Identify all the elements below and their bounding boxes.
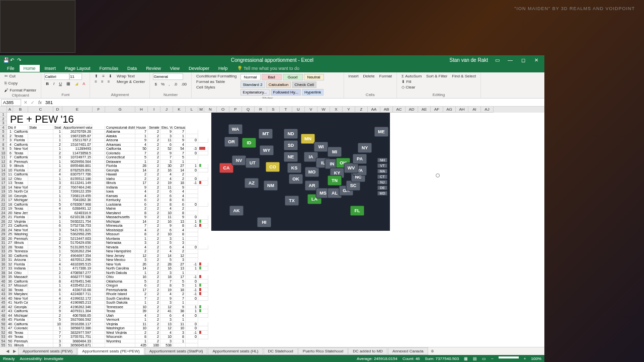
cell[interactable]: -3 <box>186 147 198 151</box>
cell[interactable]: 18 <box>7 203 13 207</box>
cell[interactable]: 6 <box>160 190 173 194</box>
cell[interactable] <box>28 301 53 305</box>
cell[interactable]: 1 <box>135 318 148 322</box>
col-header[interactable]: AA <box>368 107 380 113</box>
cell[interactable]: 0 <box>186 245 198 250</box>
row-header[interactable]: 28 <box>0 228 7 233</box>
cell[interactable]: Texas <box>13 288 28 293</box>
row-header[interactable]: 15 <box>0 172 7 177</box>
cell[interactable]: 41 <box>7 301 13 305</box>
cell[interactable]: 13 <box>173 220 186 224</box>
cell[interactable]: 14 <box>135 266 148 271</box>
cell[interactable]: 7 <box>135 130 148 134</box>
cell[interactable]: 6 <box>160 314 173 318</box>
row-header[interactable]: 30 <box>0 237 7 241</box>
style-followedhy[interactable]: Followed Hy... <box>271 89 301 96</box>
cell[interactable]: Florida <box>105 164 135 168</box>
cell[interactable]: 7 <box>7 155 13 160</box>
cell[interactable]: 2 <box>148 249 160 254</box>
cell[interactable]: 7 <box>53 335 62 339</box>
cell[interactable]: 538 <box>160 343 173 347</box>
cell[interactable] <box>28 177 53 182</box>
cell[interactable]: North Carolina <box>105 266 135 271</box>
cell[interactable] <box>28 241 53 245</box>
cell[interactable]: -1 <box>186 181 198 186</box>
cell[interactable]: 1 <box>53 138 62 143</box>
insert-button[interactable]: Insert <box>347 73 360 79</box>
cell[interactable]: 2 <box>148 172 160 177</box>
format-painter-button[interactable]: 🖌 Format Painter <box>3 87 38 93</box>
cell[interactable]: 11473058.5 <box>62 151 93 156</box>
cell[interactable]: 11 <box>160 138 173 143</box>
cell[interactable]: 1 <box>7 130 13 134</box>
cell[interactable]: Vermont <box>105 318 135 322</box>
row-header[interactable]: 12 <box>0 160 7 164</box>
sheet-tab[interactable]: Apportionment seats (StatPol) <box>145 347 208 355</box>
row-header[interactable]: 55 <box>0 343 7 347</box>
cell[interactable]: 7 <box>173 151 186 156</box>
cell[interactable]: 1 <box>186 305 198 310</box>
cell[interactable]: 15167401.07 <box>62 143 93 147</box>
menu-developer[interactable]: Developer <box>185 65 213 72</box>
cell[interactable]: 2 <box>148 309 160 314</box>
cell[interactable]: 54 <box>173 147 186 151</box>
cell[interactable]: 5 <box>135 155 148 160</box>
cell[interactable]: 1 <box>53 249 62 254</box>
zoom-out-button[interactable]: − <box>491 356 494 361</box>
header-cell[interactable]: Congressional districts <box>105 126 135 130</box>
cell[interactable]: 16 <box>160 168 173 173</box>
cell[interactable]: 2 <box>148 207 160 211</box>
cell[interactable]: 0 <box>186 335 198 339</box>
cell[interactable]: 0 <box>186 138 198 143</box>
cell[interactable] <box>28 314 53 318</box>
cell[interactable]: 7 <box>53 254 62 258</box>
row-header[interactable]: 40 <box>0 280 7 284</box>
cell[interactable]: 18 <box>173 288 186 293</box>
cell[interactable] <box>28 271 53 276</box>
row-header[interactable]: 13 <box>0 164 7 168</box>
cell[interactable]: 12 <box>7 177 13 182</box>
row-header[interactable]: 34 <box>0 254 7 258</box>
cell[interactable]: Rhode Island <box>105 292 135 297</box>
cell[interactable]: 1 <box>53 160 62 164</box>
cell[interactable]: 1 <box>53 130 62 134</box>
col-header[interactable]: AJ <box>481 107 494 113</box>
cell[interactable]: 3 <box>160 339 173 344</box>
cell[interactable]: 3680464.33 <box>62 339 93 344</box>
row-header[interactable]: 49 <box>0 318 7 322</box>
sheet-tab[interactable]: DC added to MD <box>348 347 387 355</box>
cell[interactable] <box>28 275 53 280</box>
cell[interactable] <box>28 318 53 322</box>
cell[interactable]: 7 <box>53 331 62 335</box>
cell-styles-button[interactable]: Cell Styles <box>195 84 238 90</box>
cell[interactable]: -1 <box>186 275 198 280</box>
cell[interactable]: 9 <box>160 297 173 301</box>
col-header[interactable]: S <box>267 107 280 113</box>
cell[interactable] <box>28 151 53 156</box>
cell[interactable]: 8 <box>135 335 148 339</box>
cell[interactable] <box>28 309 53 314</box>
cell[interactable]: California <box>13 155 28 160</box>
cell[interactable]: Florida <box>13 318 28 322</box>
cell[interactable] <box>28 266 53 271</box>
cell[interactable]: 12 <box>173 254 186 258</box>
cell[interactable] <box>28 194 53 199</box>
cell[interactable]: 14 <box>7 186 13 190</box>
menu-formulas[interactable]: Formulas <box>96 65 123 72</box>
font-color-button[interactable]: A <box>81 81 87 86</box>
cell[interactable]: 4224007.711 <box>62 292 93 297</box>
cell[interactable]: 2 <box>148 138 160 143</box>
tab-next-icon[interactable]: ▶ <box>11 349 18 353</box>
cell[interactable]: 5 <box>135 280 148 284</box>
cell[interactable]: 44 <box>7 314 13 318</box>
cell[interactable]: 9 <box>135 138 148 143</box>
cell[interactable]: 11 <box>7 172 13 177</box>
cell[interactable]: 28 <box>7 245 13 250</box>
fx-icon[interactable]: fx <box>36 100 44 105</box>
cell[interactable]: 34 <box>7 271 13 276</box>
row-header[interactable]: 2 <box>0 117 7 122</box>
cell[interactable]: -1 <box>186 292 198 297</box>
cell[interactable]: 2 <box>173 172 186 177</box>
row-header[interactable]: 38 <box>0 271 7 276</box>
cell[interactable] <box>28 211 53 216</box>
